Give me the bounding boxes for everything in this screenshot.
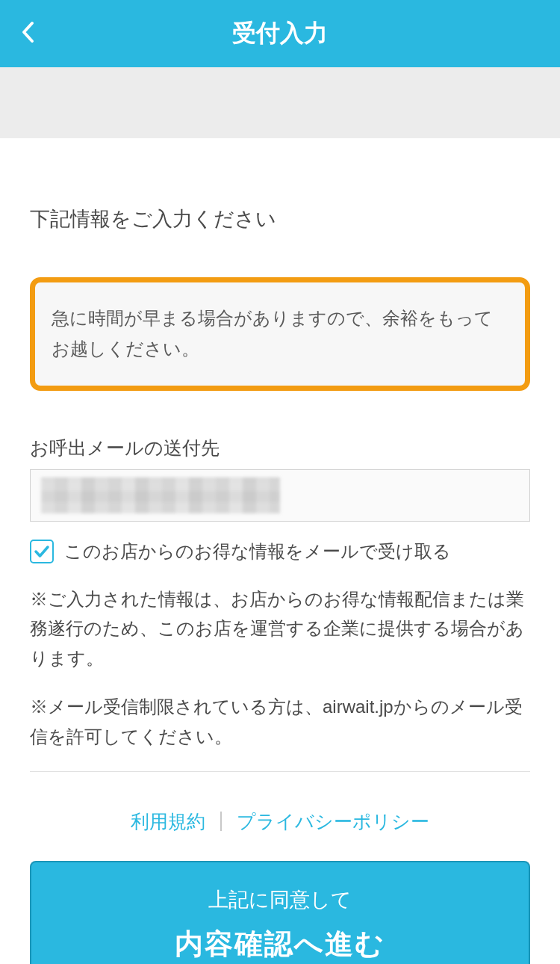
chevron-left-icon — [21, 21, 34, 43]
disclaimer-1: ※ご入力された情報は、お店からのお得な情報配信または業務遂行のため、このお店を運… — [30, 584, 530, 673]
disclaimer-2: ※メール受信制限されている方は、airwait.jpからのメール受信を許可してく… — [30, 692, 530, 751]
links-row: 利用規約 プライバシーポリシー — [30, 809, 530, 834]
notice-text: 急に時間が早まる場合がありますので、余裕をもってお越しください。 — [52, 303, 508, 365]
submit-line1: 上記に同意して — [31, 886, 529, 913]
optin-checkbox-row: このお店からのお得な情報をメールで受け取る — [30, 540, 530, 563]
notice-box: 急に時間が早まる場合がありますので、余裕をもってお越しください。 — [30, 277, 530, 391]
banner-area — [0, 67, 560, 138]
submit-button[interactable]: 上記に同意して 内容確認へ進む — [30, 861, 530, 964]
link-divider — [220, 812, 222, 831]
optin-checkbox[interactable] — [30, 540, 54, 563]
email-value-redacted — [41, 478, 280, 513]
privacy-link[interactable]: プライバシーポリシー — [237, 809, 429, 834]
app-header: 受付入力 — [0, 0, 560, 67]
divider — [30, 771, 530, 772]
email-field-label: お呼出メールの送付先 — [30, 436, 530, 460]
optin-checkbox-label: このお店からのお得な情報をメールで受け取る — [64, 540, 451, 563]
back-button[interactable] — [21, 21, 34, 46]
terms-link[interactable]: 利用規約 — [131, 809, 205, 834]
instruction-text: 下記情報をご入力ください — [30, 206, 530, 232]
check-icon — [34, 543, 50, 560]
email-input[interactable] — [30, 469, 530, 522]
submit-line2: 内容確認へ進む — [31, 925, 529, 963]
page-title: 受付入力 — [232, 17, 328, 50]
